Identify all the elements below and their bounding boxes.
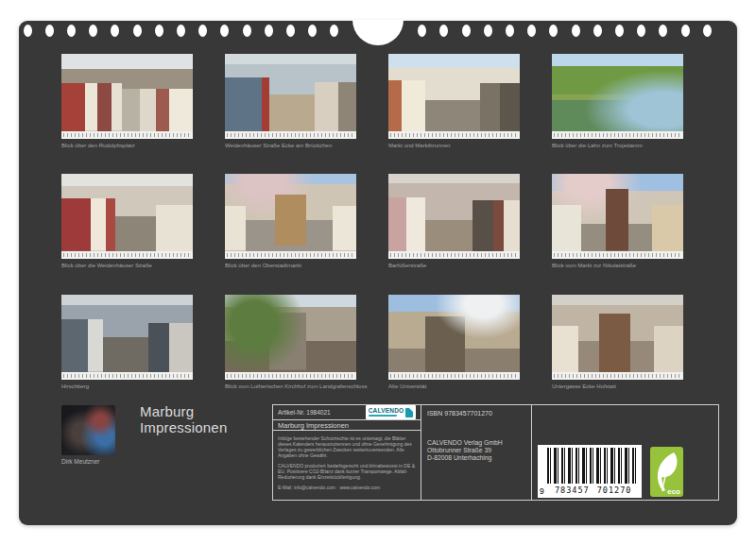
calendar-date-strip xyxy=(61,372,193,380)
binding-hole xyxy=(243,25,251,37)
photo-caption: Untergasse Ecke Hofstatt xyxy=(552,383,683,390)
photo-hirschberg xyxy=(61,295,193,372)
photo-alte-universitaet xyxy=(388,295,520,372)
binding-hole xyxy=(439,25,448,37)
photo-rudolphsplatz xyxy=(61,54,193,131)
thumbnail-cell: Hirschberg xyxy=(61,295,193,390)
photo-untergasse xyxy=(552,295,683,372)
binding-hole xyxy=(681,25,690,37)
binding-hole xyxy=(703,25,712,37)
binding-hole xyxy=(462,25,471,37)
ean-barcode: 9 783457 701270 xyxy=(538,445,642,498)
binding-hole xyxy=(265,25,273,37)
calendar-date-strip xyxy=(61,251,193,259)
article-row: Artikel-Nr. 1984021 CALVENDO xyxy=(273,405,421,420)
calendar-page: Blick über den Rudolphsplatz Weidenhäuse… xyxy=(19,21,737,525)
product-title: Marburg Impressionen xyxy=(278,421,349,430)
contact-line: E-Mail: info@calvendo.com · www.calvendo… xyxy=(278,485,416,490)
calendar-date-strip xyxy=(388,372,520,380)
imprint-middle-box: ISBN 9783457701270 CALVENDO Verlag GmbH … xyxy=(421,404,532,501)
barcode-lead-digit: 9 xyxy=(540,486,544,496)
photo-caption: Barfüßerstraße xyxy=(388,263,520,269)
thumbnail-cell: Untergasse Ecke Hofstatt xyxy=(552,295,683,390)
isbn-number: ISBN 9783457701270 xyxy=(427,410,525,417)
photo-caption: Markt und Marktbrunnen xyxy=(388,143,520,149)
photo-lahn xyxy=(552,54,683,131)
eco-label: eco xyxy=(667,487,680,496)
photo-caption: Weidenhäuser Straße Ecke am Brückchen xyxy=(225,143,356,149)
thumbnail-cell: Blick über den Oberstadtmarkt xyxy=(225,174,356,269)
photo-caption: Hirschberg xyxy=(61,383,193,390)
legal-row: Infolge bestehender Schutzrechte ist es … xyxy=(273,431,421,500)
photo-caption: Blick über den Oberstadtmarkt xyxy=(225,263,356,269)
photo-caption: Blick über den Rudolphsplatz xyxy=(61,143,193,149)
thumbnail-cell: Weidenhäuser Straße Ecke am Brückchen xyxy=(225,54,356,149)
calvendo-logo: CALVENDO xyxy=(366,405,416,419)
thumbnail-cell: Blick über die Lahn zum Trojedamm xyxy=(552,54,683,149)
photo-caption: Blick vom Markt zur Nikolaistraße xyxy=(552,263,683,269)
binding-hole xyxy=(659,25,667,37)
binding-hole xyxy=(24,25,32,37)
title-line-1: Marburg xyxy=(140,404,227,420)
binding-hole xyxy=(177,25,185,37)
thumbnail-cell: Blick vom Lutherischen Kirchhof zum Land… xyxy=(225,295,356,390)
article-number: Artikel-Nr. 1984021 xyxy=(278,409,331,416)
binding-hole xyxy=(330,25,338,37)
calendar-page-icon xyxy=(405,408,413,417)
calendar-date-strip xyxy=(225,251,356,259)
publisher-name: CALVENDO Verlag GmbH xyxy=(427,439,525,447)
binding-hole xyxy=(220,25,229,37)
binding-hole xyxy=(133,25,142,37)
photo-oberstadtmarkt xyxy=(225,174,356,251)
calendar-date-strip xyxy=(61,131,193,139)
binding-hole xyxy=(527,25,536,37)
binding-hole xyxy=(637,25,645,37)
hanger-notch xyxy=(352,20,404,45)
calendar-date-strip xyxy=(552,251,683,259)
binding-hole xyxy=(67,25,76,37)
publisher-street: Ottobrunner Straße 39 xyxy=(427,447,525,454)
thumbnail-cell: Blick vom Markt zur Nikolaistraße xyxy=(552,174,683,269)
imprint-left-box: Artikel-Nr. 1984021 CALVENDO Marburg Imp… xyxy=(272,404,421,501)
calendar-date-strip xyxy=(388,131,520,139)
binding-hole xyxy=(155,25,163,37)
eco-badge: eco xyxy=(650,447,683,497)
thumbnail-cell: Alte Universität xyxy=(388,295,520,390)
binding-hole xyxy=(615,25,624,37)
photo-kirchhof-schloss xyxy=(225,295,356,372)
thumbnail-cell: Markt und Marktbrunnen xyxy=(388,54,520,149)
binding-hole xyxy=(45,25,54,37)
thumbnail-cell: Blick über den Rudolphsplatz xyxy=(61,54,193,149)
binding-hole xyxy=(484,25,492,37)
legal-copyright-text: Infolge bestehender Schutzrechte ist es … xyxy=(278,435,416,458)
photo-barfuesserstrasse xyxy=(388,174,520,251)
barcode-bars xyxy=(547,448,638,484)
barcode-group-2: 701270 xyxy=(597,485,632,495)
publisher-city: D-82008 Unterhaching xyxy=(427,454,525,462)
photo-weidenhaeuser-bruecke xyxy=(225,54,356,131)
calvendo-wordmark: CALVENDO xyxy=(369,408,404,414)
photo-caption: Blick über die Weidenhäuser Straße xyxy=(61,263,193,269)
calendar-date-strip xyxy=(388,251,520,259)
binding-hole xyxy=(506,25,514,37)
binding-hole xyxy=(572,25,580,37)
product-title-row: Marburg Impressionen xyxy=(273,420,421,431)
photo-markt xyxy=(388,54,520,131)
title-line-2: Impressionen xyxy=(140,420,227,436)
photo-caption: Blick vom Lutherischen Kirchhof zum Land… xyxy=(225,383,356,390)
legal-eco-text: CALVENDO produziert bedarfsgerecht und k… xyxy=(278,463,416,480)
binding-hole xyxy=(89,25,97,37)
photo-caption: Alte Universität xyxy=(388,383,520,390)
binding-hole xyxy=(593,25,602,37)
binding-hole xyxy=(549,25,558,37)
barcode-group-1: 783457 xyxy=(555,485,590,495)
binding-hole xyxy=(418,25,426,37)
binding-hole xyxy=(286,25,295,37)
binding-hole xyxy=(111,25,119,37)
calendar-date-strip xyxy=(552,372,683,380)
binding-hole xyxy=(308,25,317,37)
page-title: Marburg Impressionen xyxy=(140,404,227,435)
thumbnail-cell: Blick über die Weidenhäuser Straße xyxy=(61,174,193,269)
imprint-right-box: 9 783457 701270 eco xyxy=(531,404,719,501)
calvendo-tagline-bar xyxy=(369,415,397,417)
